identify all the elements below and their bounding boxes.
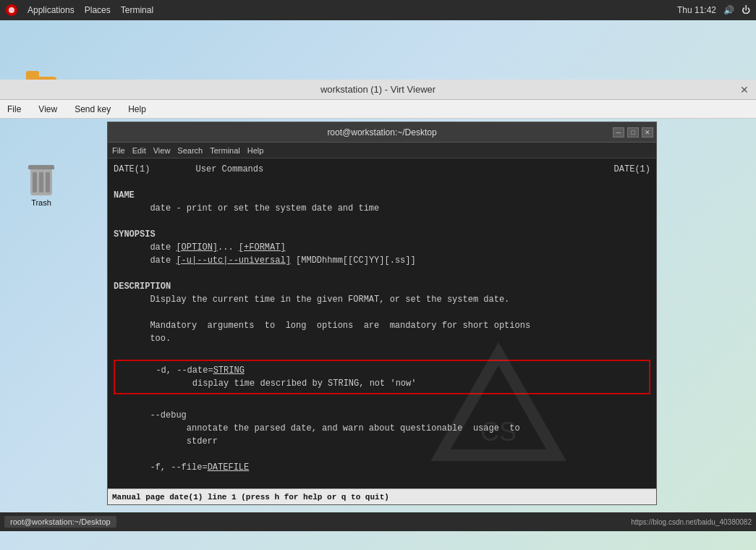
terminal-menubar: File Edit View Search Terminal Help bbox=[108, 143, 656, 158]
virt-menu-sendkey[interactable]: Send key bbox=[70, 103, 115, 116]
terminal-menu[interactable]: Terminal bbox=[121, 5, 153, 15]
opt-debug-desc1: annotate the parsed date, and warn about… bbox=[114, 422, 650, 435]
taskbar-url: https://blog.csdn.net/baidu_40380082 bbox=[631, 518, 752, 526]
desktop: root Trash workstation (1) - Virt Viewer… bbox=[0, 20, 756, 531]
places-menu[interactable]: Places bbox=[85, 5, 111, 15]
header-center: User Commands bbox=[150, 163, 309, 176]
synopsis-line2: date [-u|--utc|--universal] [MMDDhhmm[[C… bbox=[114, 254, 650, 267]
system-bar-left: Applications Places Terminal bbox=[6, 4, 153, 16]
highlight-box: -d, --date=STRING display time described… bbox=[114, 360, 650, 394]
virt-viewer-titlebar: workstation (1) - Virt Viewer ✕ bbox=[0, 80, 756, 100]
terminal-win-controls: ─ □ ✕ bbox=[613, 127, 653, 138]
virt-menu-view[interactable]: View bbox=[34, 103, 61, 116]
folder-tab bbox=[26, 71, 39, 77]
trash-image bbox=[25, 165, 57, 197]
taskbar-terminal-item[interactable]: root@workstation:~/Desktop bbox=[4, 516, 116, 528]
terminal-title-text: root@workstation:~/Desktop bbox=[327, 127, 436, 138]
opt-d-flag: -d, --date=STRING bbox=[119, 364, 645, 377]
terminal-status-bar: Manual page date(1) line 1 (press h for … bbox=[108, 488, 656, 504]
desc-mandatory: Mandatory arguments to long options are … bbox=[114, 319, 650, 332]
terminal-content[interactable]: CS DATE(1)User CommandsDATE(1) NAME date… bbox=[108, 158, 656, 488]
term-menu-terminal[interactable]: Terminal bbox=[210, 146, 240, 155]
opt-f-flag: -f, --file=DATEFILE bbox=[114, 461, 650, 474]
trash-label: Trash bbox=[31, 198, 51, 207]
desc-too: too. bbox=[114, 332, 650, 345]
trash-stripe bbox=[33, 172, 37, 192]
blank-line-6 bbox=[114, 396, 650, 409]
terminal-close-btn[interactable]: ✕ bbox=[642, 127, 653, 138]
desc-line1: Display the current time in the given FO… bbox=[114, 293, 650, 306]
term-menu-edit[interactable]: Edit bbox=[132, 146, 146, 155]
svg-point-0 bbox=[9, 7, 14, 13]
virt-viewer-menubar: File View Send key Help bbox=[0, 100, 756, 119]
blank-line-7 bbox=[114, 448, 650, 461]
blank-line-3 bbox=[114, 267, 650, 280]
trash-stripe bbox=[39, 172, 43, 192]
term-menu-help[interactable]: Help bbox=[247, 146, 264, 155]
trash-icon[interactable]: Trash bbox=[16, 165, 67, 207]
blank-line-4 bbox=[114, 306, 650, 319]
clock: Thu 11:42 bbox=[677, 5, 716, 15]
terminal-window: root@workstation:~/Desktop ─ □ ✕ File Ed… bbox=[107, 122, 657, 505]
terminal-status-text: Manual page date(1) line 1 (press h for … bbox=[112, 493, 389, 502]
virt-viewer-close-btn[interactable]: ✕ bbox=[740, 84, 749, 96]
trash-body bbox=[30, 169, 52, 195]
blank-line-1 bbox=[114, 176, 650, 189]
term-menu-view[interactable]: View bbox=[153, 146, 171, 155]
header-left: DATE(1) bbox=[114, 164, 150, 174]
fedora-logo[interactable] bbox=[6, 4, 17, 16]
term-menu-file[interactable]: File bbox=[112, 146, 125, 155]
term-menu-search[interactable]: Search bbox=[177, 146, 203, 155]
virt-menu-help[interactable]: Help bbox=[124, 103, 150, 116]
opt-debug-flag: --debug bbox=[114, 409, 650, 422]
synopsis-line1: date [OPTION]... [+FORMAT] bbox=[114, 241, 650, 254]
trash-stripe bbox=[46, 172, 50, 192]
system-bar-right: Thu 11:42 🔊 ⏻ bbox=[677, 5, 750, 15]
name-section-label: NAME bbox=[114, 189, 650, 202]
terminal-titlebar: root@workstation:~/Desktop ─ □ ✕ bbox=[108, 122, 656, 143]
system-bar: Applications Places Terminal Thu 11:42 🔊… bbox=[0, 0, 756, 20]
opt-debug-desc2: stderr bbox=[114, 435, 650, 448]
blank-line-2 bbox=[114, 215, 650, 228]
name-section-text: date - print or set the system date and … bbox=[114, 202, 650, 215]
desc-section-label: DESCRIPTION bbox=[114, 280, 650, 293]
terminal-maximize-btn[interactable]: □ bbox=[627, 127, 639, 138]
header-right: DATE(1) bbox=[614, 163, 650, 176]
applications-menu[interactable]: Applications bbox=[27, 5, 75, 15]
virt-viewer-title: workstation (1) - Virt Viewer bbox=[320, 84, 436, 95]
synopsis-section-label: SYNOPSIS bbox=[114, 228, 650, 241]
trash-shape bbox=[28, 165, 54, 197]
terminal-minimize-btn[interactable]: ─ bbox=[613, 127, 624, 138]
power-icon[interactable]: ⏻ bbox=[742, 5, 750, 15]
opt-d-desc: display time described by STRING, not 'n… bbox=[119, 377, 645, 390]
taskbar: root@workstation:~/Desktop https://blog.… bbox=[0, 512, 756, 531]
sound-icon[interactable]: 🔊 bbox=[723, 5, 734, 15]
virt-menu-file[interactable]: File bbox=[3, 103, 25, 116]
man-header: DATE(1)User CommandsDATE(1) bbox=[114, 163, 650, 176]
virt-viewer-frame: workstation (1) - Virt Viewer ✕ File Vie… bbox=[0, 80, 756, 119]
blank-line-5 bbox=[114, 345, 650, 358]
